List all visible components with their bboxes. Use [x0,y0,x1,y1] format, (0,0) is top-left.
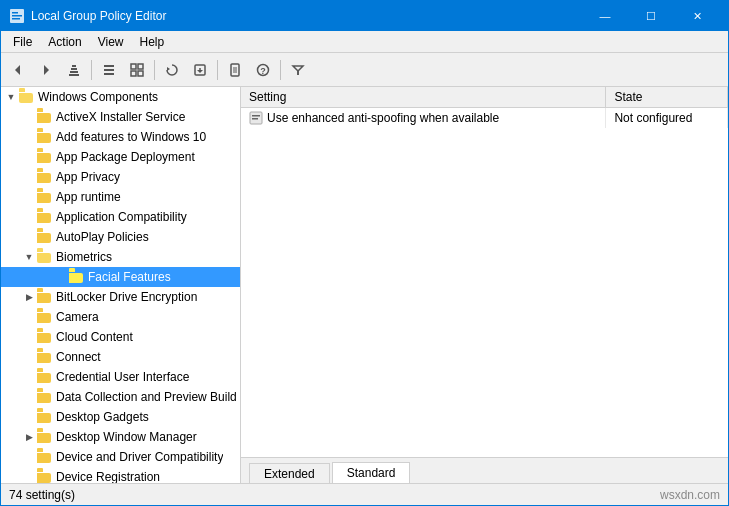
folder-closed-icon [37,110,53,124]
svg-rect-30 [252,115,260,117]
show-hide-button[interactable] [96,57,122,83]
tree-label-cloudcontent: Cloud Content [56,330,133,344]
tree-item-apppackage[interactable]: App Package Deployment [1,147,240,167]
forward-button[interactable] [33,57,59,83]
scope-button[interactable] [124,57,150,83]
tree-item-appprivacy[interactable]: App Privacy [1,167,240,187]
tree-item-devicedriver[interactable]: Device and Driver Compatibility [1,447,240,467]
menu-bar: File Action View Help [1,31,728,53]
separator-3 [217,60,218,80]
svg-marker-5 [44,65,49,75]
help-toolbar-button[interactable]: ? [250,57,276,83]
tree-item-facial-features[interactable]: Facial Features [1,267,240,287]
properties-button[interactable] [222,57,248,83]
menu-help[interactable]: Help [132,33,173,51]
window-controls: — ☐ ✕ [582,1,720,31]
title-bar: Local Group Policy Editor — ☐ ✕ [1,1,728,31]
tree-item-camera[interactable]: Camera [1,307,240,327]
no-toggle-activex [21,109,37,125]
refresh-button[interactable] [159,57,185,83]
settings-count: 74 setting(s) [9,488,75,502]
tree-label-connect: Connect [56,350,101,364]
tree-item-connect[interactable]: Connect [1,347,240,367]
export-button[interactable] [187,57,213,83]
tab-extended[interactable]: Extended [249,463,330,483]
tab-standard[interactable]: Standard [332,462,411,483]
no-toggle-connect [21,349,37,365]
no-toggle-datacollection [21,389,37,405]
svg-marker-20 [197,70,203,73]
separator-4 [280,60,281,80]
tree-toggle-biometrics[interactable]: ▼ [21,249,37,265]
policy-item-icon [249,111,263,125]
svg-rect-12 [104,73,114,75]
up-button[interactable] [61,57,87,83]
tree-item-appruntime[interactable]: App runtime [1,187,240,207]
tree-label-devicereg: Device Registration [56,470,160,483]
no-toggle-camera [21,309,37,325]
minimize-button[interactable]: — [582,1,628,31]
tree-toggle-windows-components[interactable]: ▼ [3,89,19,105]
column-header-state[interactable]: State [606,87,728,108]
no-toggle-appcompat [21,209,37,225]
tree-item-credui[interactable]: Credential User Interface [1,367,240,387]
menu-file[interactable]: File [5,33,40,51]
tree-label-biometrics: Biometrics [56,250,112,264]
tree-label-autoplay: AutoPlay Policies [56,230,149,244]
tree-item-bitlocker[interactable]: ▶ BitLocker Drive Encryption [1,287,240,307]
folder-open-biometrics-icon [37,250,53,264]
folder-closed-icon-2 [37,130,53,144]
tree-label-facial: Facial Features [88,270,171,284]
tree-label-appcompat: Application Compatibility [56,210,187,224]
tree-item-desktopgadgets[interactable]: Desktop Gadgets [1,407,240,427]
tree-label-appprivacy: App Privacy [56,170,120,184]
tree-label-apppackage: App Package Deployment [56,150,195,164]
tree-item-devicereg[interactable]: Device Registration [1,467,240,483]
svg-rect-2 [12,15,22,17]
folder-closed-bitlocker-icon [37,290,53,304]
menu-view[interactable]: View [90,33,132,51]
tree-item-cloudcontent[interactable]: Cloud Content [1,327,240,347]
no-toggle-autoplay [21,229,37,245]
tree-item-autoplay[interactable]: AutoPlay Policies [1,227,240,247]
policy-editor-icon [9,8,25,24]
no-toggle-appprivacy [21,169,37,185]
tree-item-addfeatures[interactable]: Add features to Windows 10 [1,127,240,147]
maximize-button[interactable]: ☐ [628,1,674,31]
no-toggle-devicedriver [21,449,37,465]
menu-action[interactable]: Action [40,33,89,51]
svg-rect-3 [12,18,20,20]
settings-table[interactable]: Setting State [241,87,728,457]
svg-rect-11 [104,69,114,71]
setting-cell[interactable]: Use enhanced anti-spoofing when availabl… [241,108,606,128]
tree-toggle-bitlocker[interactable]: ▶ [21,289,37,305]
filter-button[interactable] [285,57,311,83]
svg-marker-17 [167,67,170,71]
folder-closed-icon-7 [37,230,53,244]
table-row[interactable]: Use enhanced anti-spoofing when availabl… [241,108,728,128]
tree-label-camera: Camera [56,310,99,324]
no-toggle-apppackage [21,149,37,165]
folder-closed-icon-3 [37,150,53,164]
tree-item-dwm[interactable]: ▶ Desktop Window Manager [1,427,240,447]
folder-closed-dwm-icon [37,430,53,444]
close-button[interactable]: ✕ [674,1,720,31]
tree-toggle-dwm[interactable]: ▶ [21,429,37,445]
tree-item-activex[interactable]: ActiveX Installer Service [1,107,240,127]
tree-label-activex: ActiveX Installer Service [56,110,185,124]
column-header-setting[interactable]: Setting [241,87,606,108]
tree-panel[interactable]: ▼ Windows Components ActiveX Installer S… [1,87,241,483]
tree-item-appcompat[interactable]: Application Compatibility [1,207,240,227]
separator-1 [91,60,92,80]
folder-closed-devdrv-icon [37,450,53,464]
back-button[interactable] [5,57,31,83]
svg-rect-15 [131,71,136,76]
no-toggle-desktopgadgets [21,409,37,425]
svg-rect-14 [138,64,143,69]
tree-item-windows-components[interactable]: ▼ Windows Components [1,87,240,107]
tree-item-datacollection[interactable]: Data Collection and Preview Build [1,387,240,407]
tree-label-credui: Credential User Interface [56,370,189,384]
tree-item-biometrics[interactable]: ▼ Biometrics [1,247,240,267]
tree-label-bitlocker: BitLocker Drive Encryption [56,290,197,304]
status-bar: 74 setting(s) wsxdn.com [1,483,728,505]
